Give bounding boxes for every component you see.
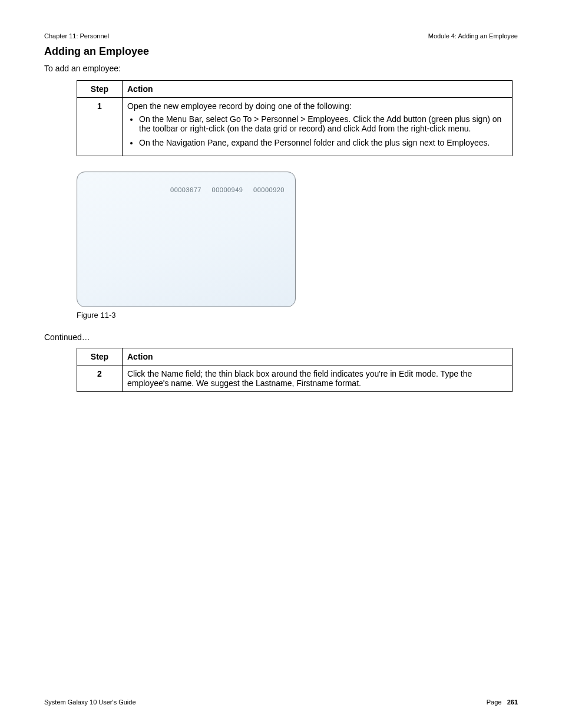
- continued-label: Continued…: [44, 332, 518, 342]
- header-right: Module 4: Adding an Employee: [428, 32, 518, 39]
- table-row: 2 Click the Name field; the thin black b…: [77, 365, 513, 392]
- table2-head-action: Action: [123, 348, 513, 365]
- steps-table-1: Step Action 1 Open the new employee reco…: [77, 80, 513, 156]
- page-footer: System Galaxy 10 User's Guide Page 261: [44, 699, 518, 706]
- footer-right: Page 261: [487, 699, 518, 706]
- id-card-numbers: 00003677 00000949 00000920: [77, 186, 285, 193]
- table2-step-num: 2: [77, 365, 123, 392]
- table1-bullets: On the Menu Bar, select Go To > Personne…: [126, 114, 507, 147]
- page-header: Chapter 11: Personnel Module 4: Adding a…: [44, 32, 518, 39]
- table1-action-lead: Open the new employee record by doing on…: [127, 101, 507, 111]
- figure-caption: Figure 11-3: [77, 311, 518, 319]
- section-title: Adding an Employee: [44, 45, 518, 58]
- table2-head-step: Step: [77, 348, 123, 365]
- footer-page-label: Page: [487, 699, 502, 706]
- table2-action-cell: Click the Name field; the thin black box…: [123, 365, 513, 392]
- table1-head-action: Action: [123, 81, 513, 98]
- footer-left: System Galaxy 10 User's Guide: [44, 699, 136, 706]
- list-item: On the Menu Bar, select Go To > Personne…: [139, 114, 507, 133]
- section-intro: To add an employee:: [44, 64, 518, 73]
- document-page: Chapter 11: Personnel Module 4: Adding a…: [0, 0, 562, 728]
- table1-action-cell: Open the new employee record by doing on…: [123, 98, 513, 156]
- table1-head-step: Step: [77, 81, 123, 98]
- steps-table-2: Step Action 2 Click the Name field; the …: [77, 348, 513, 392]
- table1-step-num: 1: [77, 98, 123, 156]
- figure-wrap: 00003677 00000949 00000920: [77, 172, 518, 307]
- header-left: Chapter 11: Personnel: [44, 32, 109, 39]
- id-card-number: 00000949: [212, 186, 243, 193]
- table-row: 1 Open the new employee record by doing …: [77, 98, 513, 156]
- list-item: On the Navigation Pane, expand the Perso…: [139, 138, 507, 147]
- id-card-number: 00000920: [253, 186, 285, 193]
- id-card-illustration: 00003677 00000949 00000920: [77, 172, 296, 307]
- footer-page-number: 261: [507, 699, 518, 706]
- id-card-number: 00003677: [170, 186, 201, 193]
